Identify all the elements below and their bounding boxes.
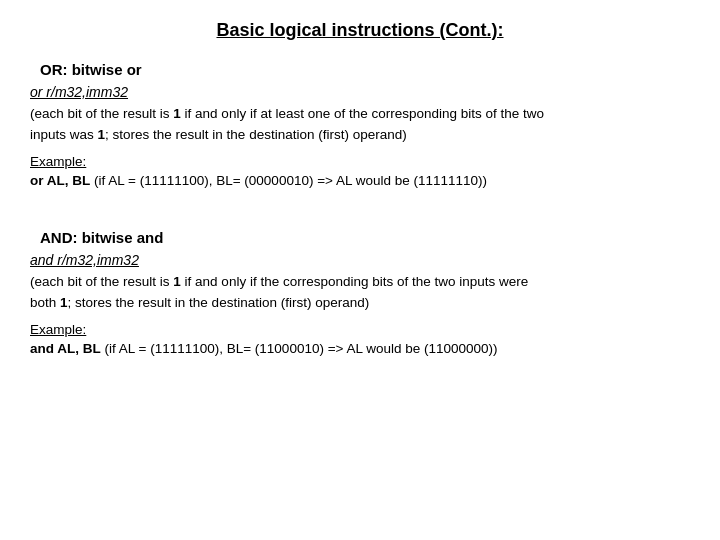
or-description: (each bit of the result is 1 if and only… — [30, 104, 690, 146]
or-desc-part4: ; stores the result in the destination (… — [105, 127, 407, 142]
or-desc-part2: if and only if at least one of the corre… — [181, 106, 544, 121]
and-section: AND: bitwise and and r/m32,imm32 (each b… — [30, 229, 690, 359]
and-desc-part1: (each bit of the result is — [30, 274, 173, 289]
and-desc-bold2: 1 — [60, 295, 68, 310]
or-desc-bold1: 1 — [173, 106, 181, 121]
and-desc-part2: if and only if the corresponding bits of… — [181, 274, 528, 289]
and-desc-part3: both — [30, 295, 60, 310]
page: Basic logical instructions (Cont.): OR: … — [0, 0, 720, 540]
or-desc-bold2: 1 — [98, 127, 106, 142]
or-example-detail: (if AL = (11111100), BL= (00000010) => A… — [90, 173, 487, 188]
and-desc-bold1: 1 — [173, 274, 181, 289]
or-example-code: or AL, BL (if AL = (11111100), BL= (0000… — [30, 171, 690, 191]
page-title: Basic logical instructions (Cont.): — [30, 20, 690, 41]
and-example-code: and AL, BL (if AL = (11111100), BL= (110… — [30, 339, 690, 359]
and-example-detail: (if AL = (11111100), BL= (11000010) => A… — [101, 341, 498, 356]
or-example-label: Example: — [30, 154, 690, 169]
or-signature: or r/m32,imm32 — [30, 84, 690, 100]
or-desc-part3: inputs was — [30, 127, 98, 142]
spacer — [30, 211, 690, 229]
or-desc-part1: (each bit of the result is — [30, 106, 173, 121]
and-example-label: Example: — [30, 322, 690, 337]
or-example-main: or AL, BL — [30, 173, 90, 188]
and-example-main: and AL, BL — [30, 341, 101, 356]
and-desc-part4: ; stores the result in the destination (… — [68, 295, 370, 310]
or-heading: OR: bitwise or — [40, 61, 690, 78]
or-section: OR: bitwise or or r/m32,imm32 (each bit … — [30, 61, 690, 191]
and-description: (each bit of the result is 1 if and only… — [30, 272, 690, 314]
and-heading: AND: bitwise and — [40, 229, 690, 246]
and-signature: and r/m32,imm32 — [30, 252, 690, 268]
